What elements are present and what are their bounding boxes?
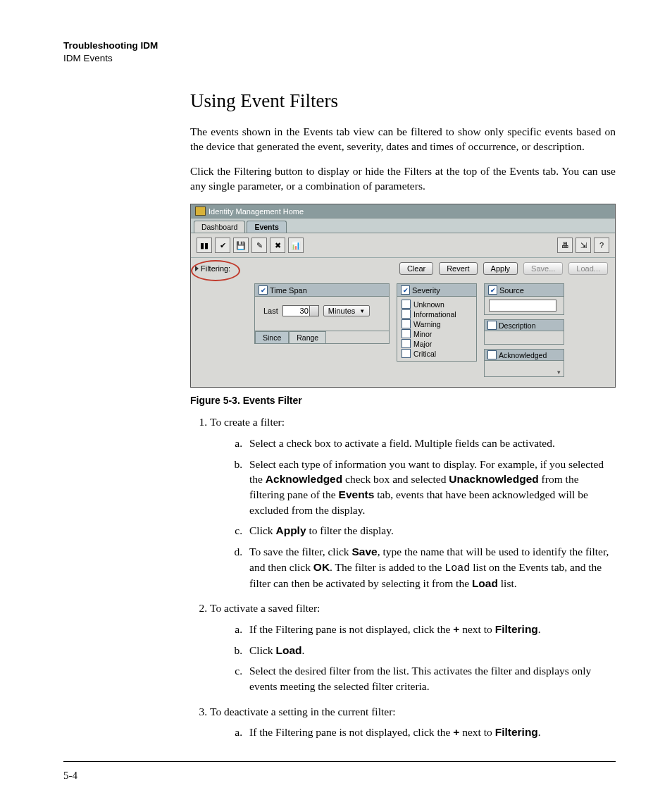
folder-icon [195,207,206,216]
step-1d: To save the filter, click Save, type the… [245,544,616,591]
events-filter-screenshot: Identity Management Home Dashboard Event… [190,204,616,388]
pause-icon[interactable]: ▮▮ [197,238,212,253]
export-icon[interactable]: ⇲ [575,238,591,253]
running-header: Troubleshooting IDM IDM Events [63,39,616,65]
last-label: Last [263,307,278,315]
timespan-title: Time Span [270,286,307,295]
minor-checkbox[interactable]: ✔ [402,329,411,338]
severity-title: Severity [412,286,440,295]
major-checkbox[interactable]: ✔ [402,339,411,348]
filter-bar: Filtering: Clear Revert Apply Save... Lo… [191,258,615,279]
expand-triangle-icon [195,266,199,271]
step-1: To create a filter: Select a check box t… [210,414,616,591]
print2-icon[interactable]: 🖶 [557,238,573,253]
description-title: Description [499,321,536,330]
since-tab[interactable]: Since [255,331,289,343]
severity-checkbox[interactable]: ✔ [401,285,410,295]
tab-events[interactable]: Events [247,221,286,233]
save-button[interactable]: Save... [523,262,563,275]
toolbar: ▮▮ ✔ 💾 ✎ ✖ 📊 🖶 ⇲ ? [191,233,615,258]
apply-button[interactable]: Apply [483,262,518,275]
step-1a: Select a check box to activate a field. … [245,436,616,451]
timespan-panel: ✔Time Span Last 30▲▼ Minutes▼ Since Rang… [254,283,390,344]
subsection-name: IDM Events [63,52,616,65]
help-icon[interactable]: ? [594,238,609,253]
critical-checkbox[interactable]: ✔ [402,349,411,358]
page-number: 5-4 [63,770,77,782]
content-column: Using Event Filters The events shown in … [190,90,616,740]
ack-icon[interactable]: ✔ [215,238,230,253]
window-titlebar: Identity Management Home [191,204,615,218]
warning-checkbox[interactable]: ✔ [402,319,411,328]
load-button[interactable]: Load... [568,262,608,275]
source-title: Source [499,286,524,295]
clear-button[interactable]: Clear [399,262,433,275]
window-title: Identity Management Home [209,207,304,216]
time-unit-dropdown[interactable]: Minutes▼ [323,305,370,316]
severity-panel: ✔Severity ✔Unknown ✔Informational ✔Warni… [397,283,477,362]
intro-paragraph-1: The events shown in the Events tab view … [190,125,616,154]
intro-paragraph-2: Click the Filtering button to display or… [190,164,616,194]
severity-option[interactable]: ✔Informational [402,309,472,319]
revert-button[interactable]: Revert [439,262,477,275]
source-input[interactable] [489,300,556,312]
step-1b: Select each type of information you want… [245,457,616,518]
description-checkbox[interactable]: ✔ [487,321,497,330]
tab-dashboard[interactable]: Dashboard [194,221,245,233]
description-panel: ✔Description [484,319,564,345]
acknowledged-checkbox[interactable]: ✔ [487,350,497,359]
chart-icon[interactable]: 📊 [288,238,304,253]
filter-panels: ✔Time Span Last 30▲▼ Minutes▼ Since Rang… [191,279,615,387]
figure-caption: Figure 5-3. Events Filter [190,395,616,406]
source-checkbox[interactable]: ✔ [488,285,497,295]
step-2b: Click Load. [245,643,616,658]
page-title: Using Event Filters [190,90,616,112]
acknowledged-title: Acknowledged [499,351,547,359]
save-icon[interactable]: 💾 [233,238,249,253]
step-2c: Select the desired filter from the list.… [245,663,616,694]
severity-option[interactable]: ✔Unknown [402,300,472,309]
timespan-checkbox[interactable]: ✔ [259,285,268,295]
informational-checkbox[interactable]: ✔ [402,309,411,319]
step-1c: Click Apply to filter the display. [245,523,616,538]
time-value-spinner[interactable]: 30▲▼ [282,305,319,316]
step-3: To deactivate a setting in the current f… [210,704,616,740]
severity-option[interactable]: ✔Warning [402,319,472,328]
tabs-row: Dashboard Events [191,218,615,233]
chevron-down-icon: ▼ [359,308,365,314]
footer-rule [63,761,616,763]
severity-option[interactable]: ✔Minor [402,329,472,338]
severity-option[interactable]: ✔Major [402,339,472,348]
acknowledged-panel: ✔Acknowledged [484,349,564,377]
unknown-checkbox[interactable]: ✔ [402,300,411,309]
procedure-list: To create a filter: Select a check box t… [190,414,616,740]
severity-option[interactable]: ✔Critical [402,349,472,358]
step-2a: If the Filtering pane is not displayed, … [245,622,616,637]
filtering-toggle[interactable]: Filtering: [195,264,230,273]
right-column-panels: ✔Source ✔Description ✔Acknowledged [484,283,564,377]
delete-icon[interactable]: ✖ [270,238,285,253]
filtering-label: Filtering: [201,264,230,273]
section-name: Troubleshooting IDM [63,39,616,52]
step-2: To activate a saved filter: If the Filte… [210,600,616,694]
source-panel: ✔Source [484,283,564,315]
print-icon[interactable]: ✎ [251,238,267,253]
step-3a: If the Filtering pane is not displayed, … [245,725,616,740]
range-tab[interactable]: Range [289,331,326,343]
